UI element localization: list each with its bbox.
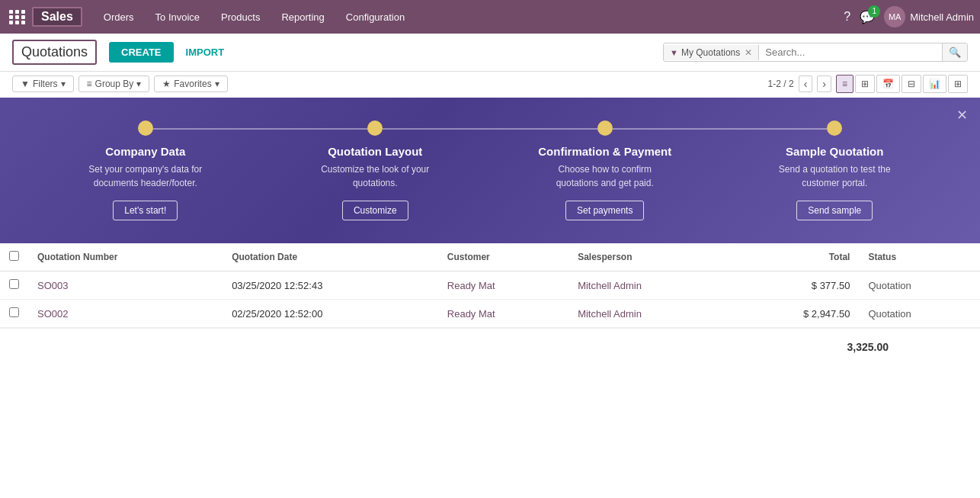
step-2-button[interactable]: Customize [342, 201, 408, 220]
banner-step-3: Confirmation & Payment Choose how to con… [490, 120, 720, 220]
row-1-date: 03/25/2020 12:52:43 [223, 271, 438, 300]
view-switcher: ≡ ⊞ 📅 ⊟ 📊 ⊞ [836, 75, 968, 93]
step-1-title: Company Data [30, 145, 261, 158]
banner-step-2: Quotation Layout Customize the look of y… [261, 120, 491, 220]
pagination-text: 1-2 / 2 [768, 79, 794, 89]
page-title: Quotations [12, 40, 97, 65]
nav-item-to-invoice[interactable]: To Invoice [146, 7, 210, 27]
row-2-number[interactable]: SO002 [28, 300, 223, 328]
row-1-number[interactable]: SO003 [28, 271, 223, 300]
filters-label: Filters [33, 79, 58, 89]
step-2-title: Quotation Layout [261, 145, 491, 158]
graph-view-button[interactable]: 📊 [923, 75, 946, 93]
table-body: SO003 03/25/2020 12:52:43 Ready Mat Mitc… [0, 271, 980, 328]
table-header: Quotation Number Quotation Date Customer… [0, 243, 980, 271]
notification-badge: 1 [868, 5, 880, 18]
step-4-title: Sample Quotation [720, 145, 950, 158]
banner-steps: Company Data Set your company's data for… [30, 120, 950, 220]
user-menu[interactable]: MA Mitchell Admin [884, 6, 974, 27]
row-2-status: Quotation [859, 300, 980, 328]
step-1-button[interactable]: Let's start! [113, 201, 178, 220]
calendar-view-button[interactable]: 📅 [876, 75, 900, 93]
row-2-customer[interactable]: Ready Mat [438, 300, 568, 328]
search-tag-label: My Quotations [681, 47, 740, 58]
nav-item-products[interactable]: Products [212, 7, 269, 27]
row-1-salesperson[interactable]: Mitchell Admin [568, 271, 731, 300]
step-2-desc: Customize the look of your quotations. [314, 162, 436, 190]
step-dot-2 [367, 120, 383, 136]
sub-header: Quotations CREATE IMPORT ▼ My Quotations… [0, 34, 980, 72]
favorites-label: Favorites [174, 79, 211, 89]
top-navigation: Sales Orders To Invoice Products Reporti… [0, 0, 980, 34]
quotations-table: Quotation Number Quotation Date Customer… [0, 243, 980, 328]
search-submit-button[interactable]: 🔍 [942, 43, 967, 61]
prev-page-button[interactable]: ‹ [799, 76, 813, 92]
col-header-status: Status [859, 243, 980, 271]
row-2-date: 02/25/2020 12:52:00 [223, 300, 438, 328]
banner-close-button[interactable]: ✕ [956, 107, 968, 124]
favorites-chevron-icon: ▾ [215, 79, 219, 89]
list-view-button[interactable]: ≡ [836, 75, 853, 93]
filters-button[interactable]: ▼ Filters ▾ [12, 76, 74, 92]
col-header-salesperson: Salesperson [568, 243, 731, 271]
select-all-header [0, 243, 28, 271]
activity-view-button[interactable]: ⊞ [948, 75, 968, 93]
search-filter-area: ▼ My Quotations ✕ 🔍 [663, 43, 968, 62]
row-2-total: $ 2,947.50 [731, 300, 860, 328]
row-2-salesperson[interactable]: Mitchell Admin [568, 300, 731, 328]
table-row: SO002 02/25/2020 12:52:00 Ready Mat Mitc… [0, 300, 980, 328]
create-button[interactable]: CREATE [109, 42, 173, 63]
step-dot-1 [138, 120, 153, 136]
col-header-date: Quotation Date [223, 243, 438, 271]
step-3-desc: Choose how to confirm quotations and get… [544, 162, 666, 190]
user-name: Mitchell Admin [910, 11, 974, 23]
import-button[interactable]: IMPORT [180, 42, 231, 63]
user-avatar: MA [884, 6, 905, 27]
group-by-label: Group By [95, 79, 134, 89]
filter-row: ▼ Filters ▾ ≡ Group By ▾ ★ Favorites ▾ 1… [0, 72, 980, 98]
nav-item-configuration[interactable]: Configuration [337, 7, 414, 27]
row-1-total: $ 377.50 [731, 271, 860, 300]
group-by-chevron-icon: ▾ [136, 79, 141, 89]
next-page-button[interactable]: › [817, 76, 831, 92]
pivot-view-button[interactable]: ⊟ [902, 75, 921, 93]
chat-icon[interactable]: 💬 1 [860, 10, 875, 24]
filter-icon: ▼ [670, 48, 678, 57]
banner-step-1: Company Data Set your company's data for… [30, 120, 261, 220]
row-2-checkbox[interactable] [9, 307, 19, 317]
table-footer-total: 3,325.00 [0, 328, 980, 365]
search-tag-my-quotations: ▼ My Quotations ✕ [664, 45, 759, 60]
quotations-table-container: Quotation Number Quotation Date Customer… [0, 243, 980, 365]
nav-right-area: ? 💬 1 MA Mitchell Admin [844, 6, 974, 27]
onboarding-banner: ✕ Company Data Set your company's data f… [0, 98, 980, 243]
step-3-button[interactable]: Set payments [565, 201, 644, 220]
brand-logo[interactable]: Sales [32, 7, 82, 27]
apps-menu-button[interactable] [6, 5, 29, 28]
step-dot-4 [827, 120, 842, 136]
search-input[interactable] [759, 43, 942, 61]
step-3-title: Confirmation & Payment [490, 145, 720, 158]
table-row: SO003 03/25/2020 12:52:43 Ready Mat Mitc… [0, 271, 980, 300]
favorites-button[interactable]: ★ Favorites ▾ [154, 76, 227, 92]
step-1-desc: Set your company's data for documents he… [85, 162, 207, 190]
group-by-button[interactable]: ≡ Group By ▾ [78, 76, 150, 92]
banner-step-4: Sample Quotation Send a quotation to tes… [720, 120, 950, 220]
remove-tag-button[interactable]: ✕ [745, 47, 752, 58]
star-icon: ★ [162, 79, 171, 89]
row-1-checkbox[interactable] [9, 279, 19, 289]
col-header-customer: Customer [438, 243, 568, 271]
search-bar: ▼ My Quotations ✕ 🔍 [663, 43, 968, 62]
col-header-number: Quotation Number [28, 243, 223, 271]
col-header-total: Total [731, 243, 860, 271]
row-1-customer[interactable]: Ready Mat [438, 271, 568, 300]
step-4-desc: Send a quotation to test the customer po… [773, 162, 895, 190]
nav-item-orders[interactable]: Orders [94, 7, 143, 27]
step-dot-3 [597, 120, 613, 136]
help-icon[interactable]: ? [844, 10, 850, 24]
row-1-status: Quotation [859, 271, 980, 300]
row-checkbox-1 [0, 271, 28, 300]
select-all-checkbox[interactable] [9, 251, 19, 261]
kanban-view-button[interactable]: ⊞ [855, 75, 875, 93]
step-4-button[interactable]: Send sample [796, 201, 873, 220]
nav-item-reporting[interactable]: Reporting [272, 7, 333, 27]
